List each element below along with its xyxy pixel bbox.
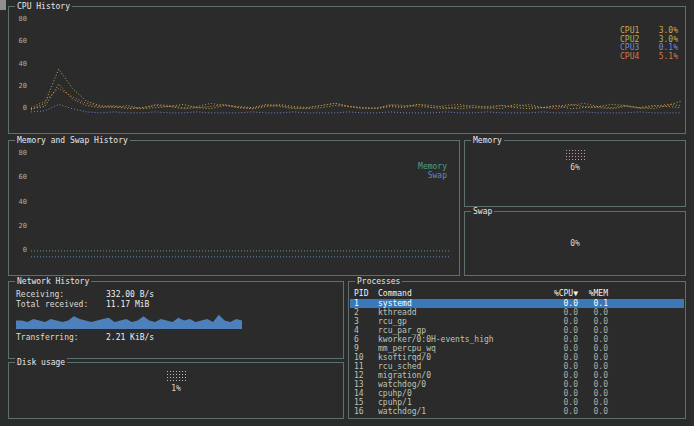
process-mem: 0.1	[578, 299, 608, 308]
process-row[interactable]: 6 kworker/0:0H-events_high 0.0 0.0	[350, 335, 684, 344]
process-mem: 0.0	[578, 398, 608, 407]
process-cpu: 0.0	[542, 371, 578, 380]
y-tick: 20	[16, 83, 27, 90]
cpu-history-panel: CPU History 80 60 40 20 0 CPU1 3.0% CPU2…	[8, 6, 686, 134]
process-row[interactable]: 3 rcu_gp 0.0 0.0	[350, 317, 684, 326]
network-history-title: Network History	[15, 277, 91, 286]
process-command: cpuhp/1	[378, 398, 542, 407]
process-command: ksoftirqd/0	[378, 353, 542, 362]
process-command: systemd	[378, 299, 542, 308]
cpu-legend: CPU1 3.0% CPU2 3.0% CPU3 0.1% CPU4 5.1%	[620, 27, 678, 61]
process-mem: 0.0	[578, 407, 608, 416]
memory-swap-history-chart	[31, 154, 451, 258]
y-tick: 0	[16, 247, 27, 254]
process-cpu: 0.0	[542, 344, 578, 353]
y-tick: 40	[16, 199, 27, 206]
header-pid[interactable]: PID	[354, 289, 378, 298]
process-row[interactable]: 13 watchdog/0 0.0 0.0	[350, 380, 684, 389]
process-row[interactable]: 16 watchdog/1 0.0 0.0	[350, 407, 684, 416]
process-row[interactable]: 11 rcu_sched 0.0 0.0	[350, 362, 684, 371]
memory-swap-legend-label: Swap	[428, 172, 447, 181]
process-cpu: 0.0	[542, 398, 578, 407]
swap-panel-title: Swap	[471, 207, 494, 216]
receiving-label: Receiving:	[16, 290, 106, 299]
process-mem: 0.0	[578, 317, 608, 326]
process-pid: 6	[354, 335, 378, 344]
process-cpu: 0.0	[542, 317, 578, 326]
disk-percent: 1%	[171, 384, 181, 393]
header-mem[interactable]: %MEM	[578, 289, 608, 298]
memory-panel: Memory 6%	[464, 140, 686, 207]
receiving-value: 332.00 B/s	[106, 290, 154, 299]
process-cpu: 0.0	[542, 299, 578, 308]
memory-gauge: 6%	[465, 149, 685, 172]
process-table-header: PID Command %CPU▼ %MEM	[350, 289, 684, 298]
process-mem: 0.0	[578, 389, 608, 398]
process-pid: 3	[354, 317, 378, 326]
total-received-row: Total received: 11.17 MiB	[16, 300, 149, 309]
process-table: 1 systemd 0.0 0.1 2 kthreadd 0.0 0.0 3 r…	[350, 299, 684, 416]
process-cpu: 0.0	[542, 335, 578, 344]
process-command: migration/0	[378, 371, 542, 380]
process-command: watchdog/1	[378, 407, 542, 416]
cpu-legend-value: 5.1%	[659, 53, 678, 62]
process-pid: 12	[354, 371, 378, 380]
process-pid: 4	[354, 326, 378, 335]
terminal-scroll-artifact	[0, 0, 6, 10]
process-row[interactable]: 15 cpuhp/1 0.0 0.0	[350, 398, 684, 407]
memory-percent: 6%	[570, 163, 580, 172]
swap-panel: Swap 0%	[464, 211, 686, 276]
process-pid: 14	[354, 389, 378, 398]
header-cpu-sort[interactable]: %CPU▼	[542, 289, 578, 298]
y-tick: 20	[16, 223, 27, 230]
process-cpu: 0.0	[542, 353, 578, 362]
process-row[interactable]: 10 ksoftirqd/0 0.0 0.0	[350, 353, 684, 362]
process-command: mm_percpu_wq	[378, 344, 542, 353]
process-mem: 0.0	[578, 380, 608, 389]
process-mem: 0.0	[578, 344, 608, 353]
cpu-history-title: CPU History	[15, 2, 72, 11]
process-row[interactable]: 1 systemd 0.0 0.1	[350, 299, 684, 308]
y-tick: 80	[16, 16, 27, 23]
y-tick: 40	[16, 61, 27, 68]
memory-swap-legend-item: Swap	[397, 172, 447, 181]
memory-swap-history-panel: Memory and Swap History 80 60 40 20 0 Me…	[8, 140, 460, 276]
memory-panel-title: Memory	[471, 136, 504, 145]
process-cpu: 0.0	[542, 362, 578, 371]
process-mem: 0.0	[578, 371, 608, 380]
process-mem: 0.0	[578, 335, 608, 344]
process-row[interactable]: 12 migration/0 0.0 0.0	[350, 371, 684, 380]
process-pid: 9	[354, 344, 378, 353]
y-tick: 80	[16, 150, 27, 157]
process-pid: 2	[354, 308, 378, 317]
transferring-label: Transferring:	[16, 333, 106, 342]
process-row[interactable]: 9 mm_percpu_wq 0.0 0.0	[350, 344, 684, 353]
process-command: rcu_gp	[378, 317, 542, 326]
total-received-label: Total received:	[16, 300, 106, 309]
disk-usage-title: Disk usage	[15, 358, 67, 367]
total-received-value: 11.17 MiB	[106, 300, 149, 309]
memory-usage-dot-matrix-icon	[565, 149, 585, 160]
swap-percent: 0%	[465, 212, 685, 275]
memory-swap-history-title: Memory and Swap History	[15, 136, 130, 145]
process-command: rcu_par_gp	[378, 326, 542, 335]
process-row[interactable]: 2 kthreadd 0.0 0.0	[350, 308, 684, 317]
process-pid: 16	[354, 407, 378, 416]
process-pid: 15	[354, 398, 378, 407]
disk-usage-panel: Disk usage 1%	[8, 362, 344, 419]
y-tick: 0	[16, 105, 27, 112]
transferring-row: Transferring: 2.21 KiB/s	[16, 333, 154, 342]
process-command: kthreadd	[378, 308, 542, 317]
process-row[interactable]: 4 rcu_par_gp 0.0 0.0	[350, 326, 684, 335]
process-cpu: 0.0	[542, 407, 578, 416]
header-command[interactable]: Command	[378, 289, 542, 298]
processes-title: Processes	[355, 277, 402, 286]
transferring-value: 2.21 KiB/s	[106, 333, 154, 342]
processes-panel: Processes PID Command %CPU▼ %MEM 1 syste…	[348, 281, 686, 419]
network-receiving-chart	[16, 312, 242, 329]
process-pid: 13	[354, 380, 378, 389]
y-tick: 60	[16, 38, 27, 45]
network-history-panel: Network History Receiving: 332.00 B/s To…	[8, 281, 344, 359]
process-row[interactable]: 14 cpuhp/0 0.0 0.0	[350, 389, 684, 398]
cpu-legend-item: CPU4 5.1%	[620, 53, 678, 62]
